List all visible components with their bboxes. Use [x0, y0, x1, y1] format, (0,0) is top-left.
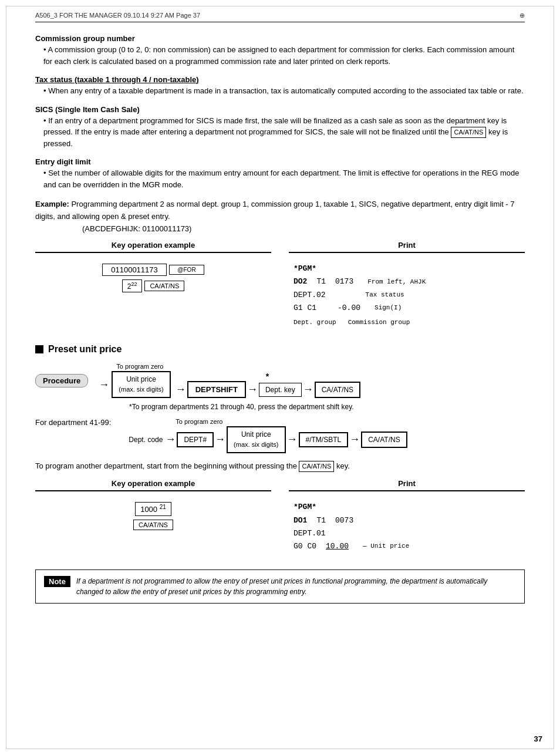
ann1: From left, AHJK: [367, 277, 426, 288]
procedure-label: Procedure: [35, 374, 88, 387]
arrow-to-deptshift: →: [176, 383, 186, 396]
receipt-area: *PGM* DO2 T1 0173 From left, AHJK DEPT.0…: [289, 258, 525, 332]
receipt2-line2: DO1 T1 0073: [294, 514, 520, 527]
unit-price2-box: Unit price (max. six digits): [227, 426, 285, 453]
key-row-4: CA/AT/NS: [133, 520, 173, 530]
arrow-in1: →: [99, 379, 109, 391]
sics-key-inline: CA/AT/NS: [451, 127, 486, 138]
dept41-row: For department 41-99: To program zero De…: [35, 418, 525, 453]
deptshift-arrow-box: → DEPTSHIFT → Dept. key → CA/AT/NS: [174, 381, 360, 398]
arrow-after-deptshift: →: [247, 383, 258, 396]
flow-area: To program zero → Unit price (max. six d…: [99, 363, 360, 398]
receipt-ann-row: Dept. group Commission group: [294, 317, 520, 328]
dept-hash-box: DEPT#: [177, 432, 214, 447]
print-col: Print *PGM* DO2 T1 0173 From left, AHJK …: [289, 241, 525, 332]
another-dept-key: CA/AT/NS: [299, 461, 334, 473]
page-header: A506_3 FOR THE MANAGER 09.10.14 9:27 AM …: [35, 12, 525, 22]
key-op-area2: 1000 21 CA/AT/NS: [35, 496, 271, 535]
commission-group-title: Commission group number: [35, 34, 525, 43]
key-for-box: @FOR: [169, 265, 204, 275]
tax-status-bullet: When any entry of a taxable department i…: [43, 85, 525, 97]
key-op-col: Key operation example 01100011173 @FOR 2…: [35, 241, 271, 332]
receipt2-ann1: — Unit price: [363, 541, 409, 552]
entry-digit-title: Entry digit limit: [35, 157, 525, 166]
ann2: Tax status: [366, 289, 404, 301]
arrow-dept-hash: →: [165, 433, 176, 446]
key-row-3: 1000 21: [135, 502, 171, 515]
print-receipt2: *PGM* DO1 T1 0073 DEPT.01 G0 C0 10.00 — …: [294, 501, 520, 552]
preset-unit-price-heading: Preset unit price: [35, 344, 525, 355]
example2-diagram: Key operation example 1000 21 CA/AT/NS P…: [35, 479, 525, 557]
header-text: A506_3 FOR THE MANAGER 09.10.14 9:27 AM …: [35, 12, 200, 19]
key-caatns-box: CA/AT/NS: [144, 281, 184, 291]
key-1000-box: 1000 21: [135, 502, 171, 515]
dept-code-label: Dept. code: [129, 436, 163, 444]
commission-group-bullet: A commission group (0 to 2, 0: non commi…: [43, 44, 525, 67]
dept41-flow-row: Dept. code → DEPT# → Unit price (max. si…: [129, 426, 407, 453]
receipt-line2: DO2 T1 0173 From left, AHJK: [294, 275, 520, 288]
key-caatns3-box: CA/AT/NS: [133, 520, 173, 530]
dept41-section: For department 41-99: To program zero De…: [35, 418, 525, 453]
key-op-area: 01100011173 @FOR 222 CA/AT/NS: [35, 258, 271, 298]
to-program-zero2: To program zero: [176, 418, 222, 425]
deptshift-flow: * → DEPTSHIFT → Dept. key → CA/AT/NS: [174, 372, 360, 398]
arrow-unit2: →: [215, 433, 225, 446]
to-program-zero-label: To program zero: [116, 363, 163, 370]
ann4: Dept. group: [294, 317, 336, 328]
receipt-line1: *PGM*: [294, 262, 520, 275]
caatns2-box: CA/AT/NS: [361, 432, 407, 448]
dept41-flow: To program zero Dept. code → DEPT# → Uni…: [129, 418, 407, 453]
arrow-to-caatns: →: [303, 383, 313, 396]
receipt2-line1: *PGM*: [294, 501, 520, 514]
deptshift-box: DEPTSHIFT: [187, 381, 246, 398]
print-header2: Print: [289, 479, 525, 491]
note-label: Note: [44, 576, 70, 587]
example-text: Example: Programming department 2 as nor…: [35, 198, 525, 235]
ann3: Sign(I): [375, 302, 402, 314]
key-op-col2: Key operation example 1000 21 CA/AT/NS: [35, 479, 271, 557]
entry-digit-bullet: Set the number of allowable digits for t…: [43, 167, 525, 190]
receipt-line4: G1 C1 -0.00 Sign(I): [294, 302, 520, 315]
receipt2-line4: G0 C0 10.00 — Unit price: [294, 540, 520, 553]
sics-title: SICS (Single Item Cash Sale): [35, 105, 525, 114]
note-box: Note If a department is not programmed t…: [35, 569, 525, 604]
asterisk-note: *To program departments 21 through 40, p…: [129, 403, 525, 411]
arrow-caatns2: →: [349, 433, 360, 446]
key-op-header2: Key operation example: [35, 479, 271, 491]
another-dept-text: To program another department, start fro…: [35, 460, 525, 473]
key-row-1: 01100011173 @FOR: [102, 264, 204, 276]
print-receipt: *PGM* DO2 T1 0173 From left, AHJK DEPT.0…: [294, 262, 520, 328]
receipt2-line3: DEPT.01: [294, 527, 520, 540]
page-number: 37: [534, 734, 542, 743]
header-crosshair: ⊕: [519, 12, 525, 19]
note-text: If a department is not programmed to all…: [76, 576, 516, 597]
key-sequence-box: 01100011173: [102, 264, 167, 276]
procedure-row-main: Procedure To program zero → Unit price (…: [35, 363, 525, 398]
example-diagram: Key operation example 01100011173 @FOR 2…: [35, 241, 525, 332]
hashtm-box: #/TM/SBTL: [299, 432, 349, 447]
for-dept-label: For department 41-99:: [35, 418, 111, 427]
unit-price-flow: To program zero → Unit price (max. six d…: [99, 363, 170, 398]
ann5: Commission group: [348, 317, 410, 328]
key-row-2: 222 CA/AT/NS: [122, 279, 185, 292]
caatns-box: CA/AT/NS: [315, 382, 360, 398]
print-col2: Print *PGM* DO1 T1 0073 DEPT.01 G0 C0 10…: [289, 479, 525, 557]
arrow-hashtm: →: [287, 433, 298, 446]
flow-top-row: To program zero → Unit price (max. six d…: [99, 363, 360, 398]
sics-bullet: If an entry of a department programmed f…: [43, 115, 525, 150]
procedure-section: Procedure To program zero → Unit price (…: [35, 363, 525, 411]
key-op-header: Key operation example: [35, 241, 271, 253]
key-2-box: 222: [122, 279, 143, 292]
tax-status-title: Tax status (taxable 1 through 4 / non-ta…: [35, 75, 525, 84]
print-header: Print: [289, 241, 525, 253]
unit-price-box: Unit price (max. six digits): [112, 371, 170, 398]
unit-price-arrow-box: → Unit price (max. six digits): [99, 371, 170, 398]
dept-key-box: Dept. key: [259, 383, 302, 397]
black-square-icon: [35, 345, 43, 353]
receipt-area2: *PGM* DO1 T1 0073 DEPT.01 G0 C0 10.00 — …: [289, 496, 525, 557]
receipt-line3: DEPT.02 Tax status: [294, 289, 520, 302]
